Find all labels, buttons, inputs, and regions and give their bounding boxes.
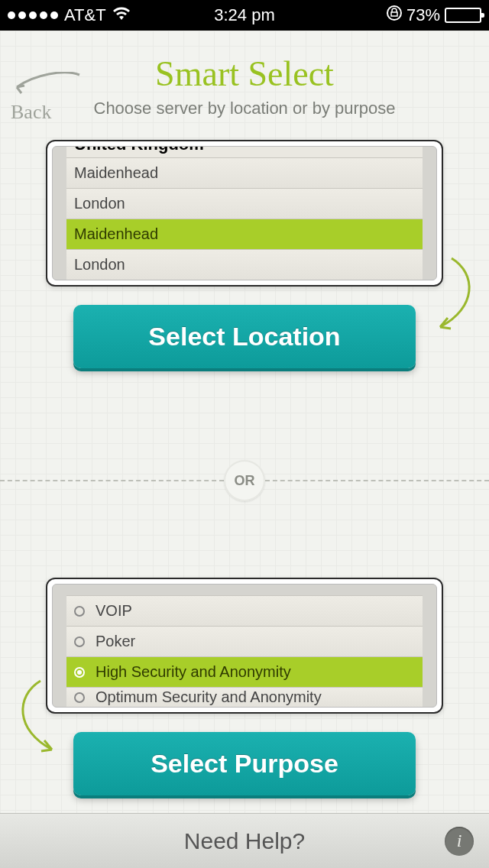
signal-dots-icon xyxy=(8,11,58,19)
carrier-label: AT&T xyxy=(64,5,106,25)
list-item-label: London xyxy=(74,195,125,212)
list-item[interactable]: London xyxy=(66,249,423,280)
curly-arrow-icon xyxy=(425,254,478,338)
select-purpose-button[interactable]: Select Purpose xyxy=(73,732,416,795)
list-item[interactable]: High Security and Anonymity xyxy=(66,656,423,687)
battery-icon xyxy=(445,8,481,23)
select-location-button[interactable]: Select Location xyxy=(73,305,416,368)
list-item-label: London xyxy=(74,256,125,274)
back-button[interactable]: Back xyxy=(11,72,84,122)
page-subtitle: Choose server by location or by purpose xyxy=(15,99,474,118)
location-group-header: United Kingdom xyxy=(66,146,423,157)
list-item-label: Poker xyxy=(96,633,135,650)
footer-bar: Need Help? i xyxy=(0,813,489,868)
back-label: Back xyxy=(11,102,84,122)
list-item[interactable]: Optimum Security and Anonymity xyxy=(66,687,423,707)
purpose-section: VOIP Poker High Security and Anonymity O… xyxy=(0,578,489,795)
battery-pct-label: 73% xyxy=(406,5,440,25)
clock-label: 3:24 pm xyxy=(166,5,324,25)
list-item[interactable]: Maidenhead xyxy=(66,157,423,188)
list-item-label: VOIP xyxy=(96,602,132,620)
or-divider: OR xyxy=(0,460,489,501)
or-badge: OR xyxy=(224,460,265,501)
list-item[interactable]: VOIP xyxy=(66,595,423,626)
info-icon[interactable]: i xyxy=(445,827,474,856)
radio-icon xyxy=(74,667,85,678)
help-link[interactable]: Need Help? xyxy=(184,828,305,854)
location-preview: United Kingdom Maidenhead London Maidenh… xyxy=(46,140,443,287)
status-bar: AT&T 3:24 pm 73% xyxy=(0,0,489,31)
list-item[interactable]: London xyxy=(66,188,423,219)
list-item[interactable]: Poker xyxy=(66,626,423,656)
location-section: United Kingdom Maidenhead London Maidenh… xyxy=(0,140,489,368)
rotation-lock-icon xyxy=(387,5,402,25)
list-item-label: Maidenhead xyxy=(74,164,158,182)
purpose-preview: VOIP Poker High Security and Anonymity O… xyxy=(46,578,443,714)
list-item-label: Optimum Security and Anonymity xyxy=(96,688,322,706)
radio-icon xyxy=(74,692,85,703)
radio-icon xyxy=(74,636,85,647)
back-arrow-icon xyxy=(11,72,84,99)
list-item-label: High Security and Anonymity xyxy=(96,663,291,681)
list-item-label: Maidenhead xyxy=(74,225,158,243)
list-item[interactable]: Maidenhead xyxy=(66,219,423,249)
radio-icon xyxy=(74,606,85,617)
curly-arrow-icon xyxy=(14,677,67,761)
page-header: Back Smart Select Choose server by locat… xyxy=(0,31,489,126)
wifi-icon xyxy=(112,5,131,25)
page-title: Smart Select xyxy=(15,53,474,94)
